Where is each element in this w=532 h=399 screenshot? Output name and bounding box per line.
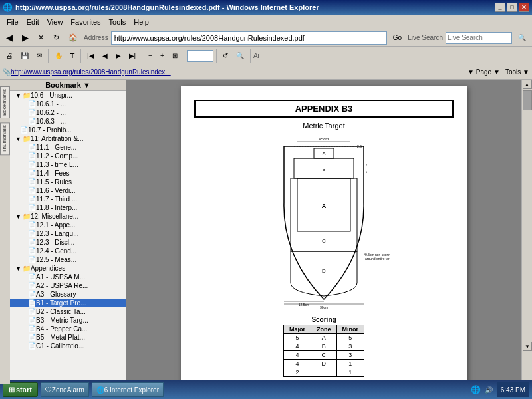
- scoring-cell: A: [311, 334, 337, 342]
- tree-icon-page: 📄: [28, 161, 36, 168]
- bookmark-item[interactable]: 📄 B5 - Metal Plat...: [10, 333, 126, 342]
- scoring-cell: 1: [336, 360, 364, 368]
- appendix-title: APPENDIX B3: [295, 104, 353, 114]
- close-button[interactable]: ✕: [519, 3, 529, 12]
- bookmark-item[interactable]: 📄 11.5 - Rules: [10, 178, 126, 186]
- bookmark-item[interactable]: 📄 12.4 - Gend...: [10, 247, 126, 255]
- start-button[interactable]: ⊞ start: [3, 382, 38, 397]
- pdf-area[interactable]: APPENDIX B3 Metric Target 45cm 2.5: [126, 80, 521, 384]
- page-icon: [23, 170, 27, 177]
- bookmark-item[interactable]: 📄 B2 - Classic Ta...: [10, 307, 126, 316]
- taskbar-zonealarm[interactable]: 🛡 ZoneAlarm: [41, 382, 89, 397]
- last-page-btn[interactable]: ▶|: [126, 49, 140, 63]
- bookmarks-tab[interactable]: Bookmarks: [0, 86, 10, 118]
- back-button[interactable]: ◀: [3, 31, 16, 45]
- bookmark-header[interactable]: Bookmark ▼: [10, 80, 126, 91]
- bookmark-item[interactable]: ▼📁 Appendices: [10, 264, 126, 273]
- scroll-up-arrow[interactable]: ▲: [523, 80, 532, 89]
- bookmark-item[interactable]: 📄 11.1 - Gene...: [10, 143, 126, 152]
- scoring-row: 4C3: [283, 351, 364, 360]
- bookmark-item[interactable]: 📄 A2 - USPSA Re...: [10, 281, 126, 290]
- bookmark-item[interactable]: 📄 10.6.3 - ...: [10, 117, 126, 126]
- tree-icon-page: 📄: [28, 109, 36, 116]
- save-button[interactable]: 💾: [17, 49, 32, 63]
- right-scrollbar: ▲ ▼: [521, 80, 532, 384]
- title-bar: 🌐 http://www.uspsa.org/rules/2008Handgun…: [0, 0, 532, 15]
- bookmark-item[interactable]: 📄 10.6.1 - ...: [10, 100, 126, 108]
- page-icon: [23, 283, 27, 289]
- prev-page-btn[interactable]: ◀: [99, 49, 111, 63]
- bookmark-item[interactable]: 📄 12.3 - Langu...: [10, 229, 126, 238]
- page-icon: [15, 127, 19, 134]
- bookmark-item[interactable]: 📄 11.3 - time L...: [10, 160, 126, 169]
- search-button[interactable]: 🔍: [515, 31, 529, 45]
- page-icon: [23, 205, 27, 211]
- bookmark-item[interactable]: 📄 B3 - Metric Targ...: [10, 316, 126, 325]
- next-page-btn[interactable]: ▶: [112, 49, 124, 63]
- go-button[interactable]: Go: [390, 31, 405, 45]
- thumbnails-tab[interactable]: Thumbnails: [0, 122, 10, 155]
- bookmark-item[interactable]: 📄 C1 - Calibratio...: [10, 342, 126, 350]
- forward-button[interactable]: ▶: [19, 31, 32, 45]
- bookmark-item[interactable]: 📄 12.3 - Discl...: [10, 238, 126, 247]
- scoring-cell: 3: [336, 342, 364, 351]
- bookmark-item[interactable]: 📄 11.6 - Verdi...: [10, 186, 126, 195]
- zoom-in-btn[interactable]: +: [157, 49, 168, 63]
- bookmark-item[interactable]: 📄 11.8 - Interp...: [10, 203, 126, 212]
- zone-b-label: B: [323, 167, 326, 172]
- bookmark-item[interactable]: 📄 10.6.2 - ...: [10, 108, 126, 117]
- home-button[interactable]: 🏠: [65, 31, 81, 45]
- bookmark-item[interactable]: 📄 B1 - Target Pre...: [10, 299, 126, 307]
- search-input[interactable]: [446, 32, 512, 44]
- zoom-input[interactable]: 100%: [187, 50, 213, 62]
- view-menu[interactable]: View: [43, 17, 67, 27]
- page-icon: [23, 317, 27, 324]
- bookmark-item[interactable]: 📄 B4 - Pepper Ca...: [10, 325, 126, 333]
- expand-icon: ▼: [15, 265, 21, 272]
- favorites-menu[interactable]: Favorites: [66, 17, 104, 27]
- bookmark-item[interactable]: ▼📁 12: Miscellane...: [10, 212, 126, 221]
- bookmark-item[interactable]: 📄 A3 - Glossary: [10, 290, 126, 299]
- email-button[interactable]: ✉: [33, 49, 45, 63]
- minimize-button[interactable]: _: [495, 3, 505, 12]
- zone-c-label: C: [322, 238, 326, 244]
- links-bar-url[interactable]: http://www.uspsa.org/rules/2008HandgunRu…: [11, 68, 171, 76]
- zonealarm-icon: 🛡: [45, 386, 52, 394]
- expand-icon: ▼: [15, 136, 21, 142]
- stop-button[interactable]: ✕: [35, 31, 47, 45]
- find-btn[interactable]: 🔍: [233, 49, 247, 63]
- major-header: Major: [283, 325, 311, 334]
- bookmark-item[interactable]: ▼📁 10.6 - Unspr...: [10, 91, 126, 100]
- hand-tool[interactable]: ✋: [51, 49, 66, 63]
- bookmark-item[interactable]: 📄 11.4 - Fees: [10, 169, 126, 178]
- bookmark-item[interactable]: 📄 10.7 - Prohib...: [10, 126, 126, 134]
- select-tool[interactable]: 𝖳: [67, 49, 78, 63]
- maximize-button[interactable]: □: [507, 3, 517, 12]
- fit-page-btn[interactable]: ⊞: [169, 49, 181, 63]
- bookmark-item[interactable]: 📄 12.5 - Meas...: [10, 255, 126, 264]
- tree-icon-folder: 📁: [23, 265, 31, 272]
- dim-right2: ↓: [366, 170, 368, 174]
- bookmark-item[interactable]: 📄 12.1 - Appe...: [10, 221, 126, 229]
- address-input[interactable]: [111, 31, 387, 45]
- taskbar-ie[interactable]: 🌐 6 Internet Explorer: [92, 382, 164, 397]
- file-menu[interactable]: File: [3, 17, 23, 27]
- zoom-out-btn[interactable]: −: [145, 49, 156, 63]
- window-title: http://www.uspsa.org/rules/2008HandgunRu…: [15, 3, 319, 11]
- bookmark-item[interactable]: 📄 A1 - USPSA M...: [10, 273, 126, 281]
- first-page-btn[interactable]: |◀: [84, 49, 98, 63]
- refresh-button[interactable]: ↻: [50, 31, 63, 45]
- edit-menu[interactable]: Edit: [23, 17, 43, 27]
- bookmark-item[interactable]: ▼📁 11: Arbitration &...: [10, 134, 126, 143]
- zone-a-label: A: [322, 203, 327, 209]
- tools-menu[interactable]: Tools: [105, 17, 130, 27]
- help-menu[interactable]: Help: [130, 17, 153, 27]
- scroll-down-arrow[interactable]: ▼: [523, 342, 532, 351]
- scroll-thumb[interactable]: [523, 90, 532, 110]
- ie-taskbar-label: 6 Internet Explorer: [104, 386, 159, 394]
- print-button[interactable]: 🖨: [3, 49, 16, 63]
- bookmark-item[interactable]: 📄 11.2 - Comp...: [10, 152, 126, 160]
- rotate-btn[interactable]: ↺: [219, 49, 231, 63]
- bookmark-item[interactable]: 📄 11.7 - Third ...: [10, 195, 126, 203]
- address-bar: ◀ ▶ ✕ ↻ 🏠 Address Go Live Search 🔍: [0, 29, 532, 47]
